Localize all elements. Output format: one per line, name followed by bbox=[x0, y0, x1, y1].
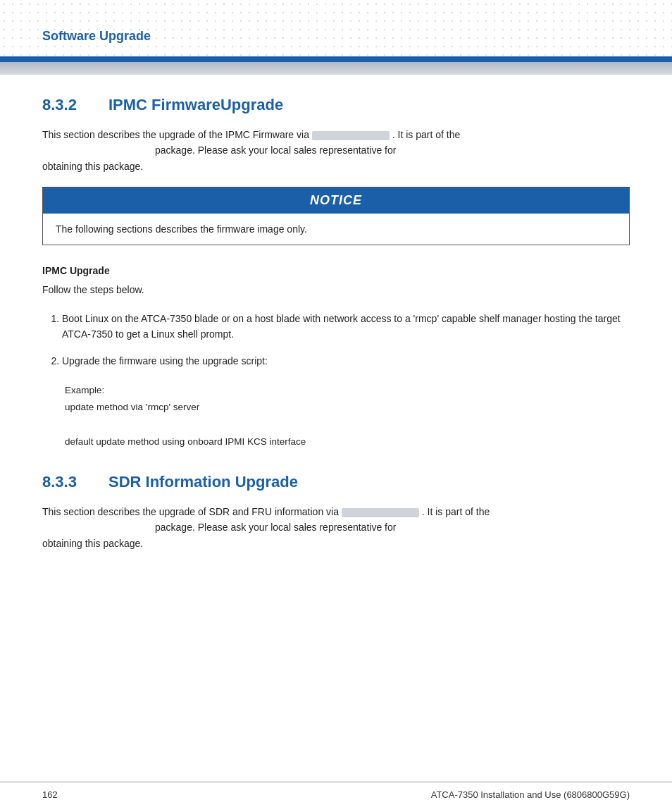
gray-divider-bar bbox=[0, 62, 672, 75]
section-833-number: 8.3.3 bbox=[42, 473, 92, 491]
example-line3: default update method using onboard IPMI… bbox=[65, 433, 630, 450]
list-item: Boot Linux on the ATCA-7350 blade or on … bbox=[62, 311, 630, 343]
desc-part1: This section describes the upgrade of th… bbox=[42, 129, 309, 140]
desc-part4: obtaining this package. bbox=[42, 161, 143, 172]
list-item: Upgrade the firmware using the upgrade s… bbox=[62, 353, 630, 369]
redacted-text-2 bbox=[342, 508, 419, 517]
header-dots-pattern bbox=[0, 0, 672, 56]
redacted-text-1 bbox=[312, 131, 390, 140]
footer-page-number: 162 bbox=[42, 789, 58, 800]
section-833: 8.3.3 SDR Information Upgrade This secti… bbox=[42, 473, 630, 551]
example-label: Example: bbox=[65, 382, 630, 399]
footer: 162 ATCA-7350 Installation and Use (6806… bbox=[0, 782, 672, 807]
notice-box: NOTICE The following sections describes … bbox=[42, 187, 630, 245]
desc-part2: . It is part of the bbox=[392, 129, 461, 140]
steps-list: Boot Linux on the ATCA-7350 blade or on … bbox=[62, 311, 630, 369]
step-1-text: Boot Linux on the ATCA-7350 blade or on … bbox=[62, 313, 621, 340]
section-832-description: This section describes the upgrade of th… bbox=[42, 127, 630, 174]
example-line1: update method via 'rmcp' server bbox=[65, 399, 630, 416]
notice-header: NOTICE bbox=[43, 187, 629, 214]
blue-divider-bar bbox=[0, 56, 672, 62]
header-area: Software Upgrade bbox=[0, 0, 672, 56]
subsection-ipmc-label: IPMC Upgrade bbox=[42, 265, 630, 276]
example-block: Example: update method via 'rmcp' server… bbox=[65, 382, 630, 450]
main-content: 8.3.2 IPMC FirmwareUpgrade This section … bbox=[0, 75, 672, 606]
section-833-description: This section describes the upgrade of SD… bbox=[42, 504, 630, 551]
step-2-text: Upgrade the firmware using the upgrade s… bbox=[62, 355, 268, 366]
section-832-number: 8.3.2 bbox=[42, 96, 92, 114]
section-832-title: IPMC FirmwareUpgrade bbox=[108, 96, 283, 114]
sdr-desc-part2: . It is part of the bbox=[422, 506, 490, 517]
footer-doc-title: ATCA-7350 Installation and Use (6806800G… bbox=[431, 789, 630, 800]
section-833-title: SDR Information Upgrade bbox=[108, 473, 298, 491]
follow-steps-text: Follow the steps below. bbox=[42, 282, 630, 297]
desc-part3: package. Please ask your local sales rep… bbox=[155, 144, 396, 156]
section-832-heading: 8.3.2 IPMC FirmwareUpgrade bbox=[42, 96, 630, 114]
sdr-desc-part4: obtaining this package. bbox=[42, 538, 143, 549]
sdr-desc-part1: This section describes the upgrade of SD… bbox=[42, 506, 339, 517]
section-833-heading: 8.3.3 SDR Information Upgrade bbox=[42, 473, 630, 491]
notice-body: The following sections describes the fir… bbox=[43, 214, 629, 245]
header-title-bar: Software Upgrade bbox=[42, 29, 151, 44]
page-title: Software Upgrade bbox=[42, 29, 151, 43]
sdr-desc-part3: package. Please ask your local sales rep… bbox=[155, 522, 396, 533]
